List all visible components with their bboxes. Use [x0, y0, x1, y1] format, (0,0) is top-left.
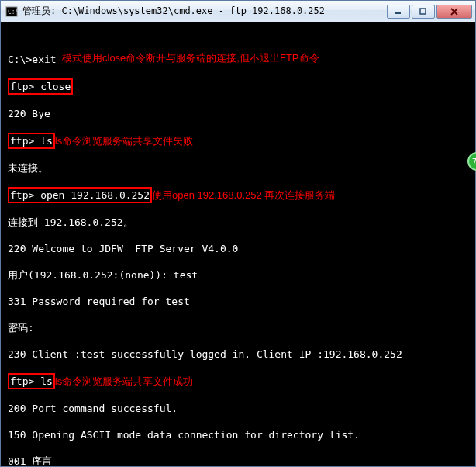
highlight-ls-fail: ftp> ls [8, 133, 55, 149]
annotation-close: 模式使用close命令断开与服务端的连接,但不退出FTP命令 [62, 51, 319, 64]
output-line: 连接到 192.168.0.252。 [8, 216, 468, 229]
close-button[interactable] [436, 5, 472, 19]
output-line: 220 Bye [8, 107, 468, 120]
annotation-open: 使用open 192.168.0.252 再次连接服务端 [152, 189, 335, 201]
output-line: ftp> ls [10, 375, 53, 387]
svg-rect-3 [420, 9, 426, 14]
cmd-window: C:\ 管理员: C:\Windows\system32\cmd.exe - f… [0, 0, 476, 467]
window-title: 管理员: C:\Windows\system32\cmd.exe - ftp 1… [22, 5, 385, 18]
maximize-button[interactable] [412, 5, 435, 19]
highlight-close: ftp> close [8, 78, 73, 95]
highlight-ls-ok: ftp> ls [8, 373, 55, 389]
output-line: 220 Welcome to JDFW FTP Server V4.0.0 [8, 242, 468, 255]
terminal-output[interactable]: C:\>exit模式使用close命令断开与服务端的连接,但不退出FTP命令 f… [2, 23, 474, 465]
svg-text:C:\: C:\ [8, 9, 18, 16]
output-line: 未连接。 [8, 161, 468, 175]
output-line: 200 Port command successful. [8, 402, 468, 415]
output-line: ftp> close [10, 81, 71, 92]
window-controls [385, 5, 472, 19]
output-line: 密码: [8, 321, 468, 334]
output-line: 331 Password required for test [8, 295, 468, 308]
annotation-ls-fail: ls命令浏览服务端共享文件失败 [55, 135, 193, 147]
minimize-button[interactable] [387, 5, 410, 19]
app-icon: C:\ [5, 5, 18, 18]
title-bar[interactable]: C:\ 管理员: C:\Windows\system32\cmd.exe - f… [1, 1, 475, 22]
output-line: ftp> open 192.168.0.252 [10, 189, 150, 201]
list-item: 001 序言 [8, 455, 468, 465]
annotation-ls-ok: ls命令浏览服务端共享文件成功 [55, 375, 193, 387]
output-line: 用户(192.168.0.252:(none)): test [8, 268, 468, 282]
badge-value: 73 [472, 157, 476, 166]
highlight-open: ftp> open 192.168.0.252 [8, 187, 152, 203]
output-line: 230 Client :test successfully logged in.… [8, 348, 468, 361]
output-line: C:\>exit [8, 54, 57, 65]
output-line: ftp> ls [10, 135, 53, 147]
output-line: 150 Opening ASCII mode data connection f… [8, 428, 468, 441]
